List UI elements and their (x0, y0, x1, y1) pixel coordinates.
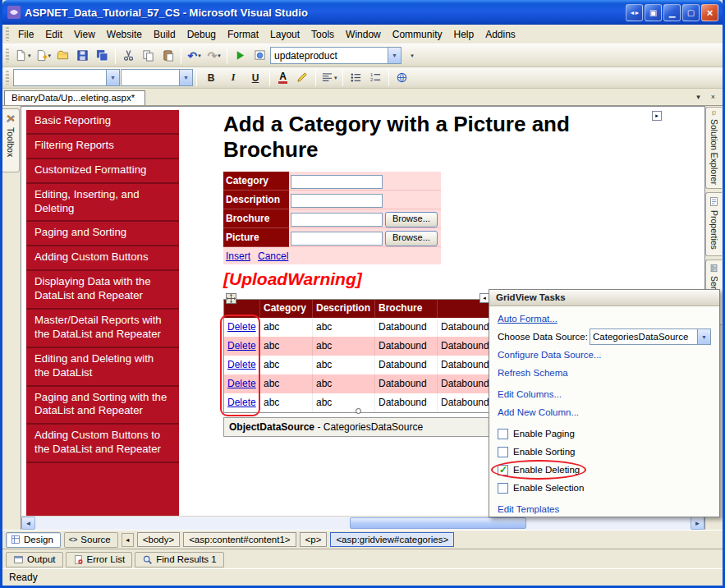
enable-selection-checkbox[interactable] (498, 483, 508, 494)
close-document-button[interactable]: × (707, 90, 719, 103)
move-handle-icon[interactable] (226, 293, 236, 304)
category-input[interactable] (291, 175, 383, 189)
sidebar-item[interactable]: Editing, Inserting, and Deleting (26, 184, 179, 223)
menu-help[interactable]: Help (447, 26, 480, 43)
combobox-arrow-icon[interactable]: ▼ (179, 70, 192, 85)
italic-button[interactable]: I (223, 69, 244, 87)
delete-link[interactable]: Delete (227, 359, 256, 370)
content-smarttag-button[interactable]: ▸ (652, 111, 662, 121)
copy-button[interactable] (139, 47, 158, 65)
redo-button[interactable]: ↷▾ (204, 47, 223, 65)
tab-list-dropdown-button[interactable]: ▾ (692, 90, 704, 103)
delete-link[interactable]: Delete (227, 321, 256, 333)
menu-community[interactable]: Community (387, 26, 448, 43)
tag-asp-content[interactable]: <asp:content#content1> (183, 532, 296, 547)
error-list-tab[interactable]: Error List (66, 552, 133, 567)
delete-link[interactable]: Delete (227, 378, 256, 389)
cut-button[interactable] (119, 47, 138, 65)
sidebar-item[interactable]: Basic Reporting (26, 110, 179, 135)
sidebar-item[interactable]: Customized Formatting (26, 159, 179, 184)
combobox-arrow-icon[interactable]: ▼ (388, 48, 401, 63)
tag-asp-gridview[interactable]: <asp:gridview#categories> (330, 532, 454, 547)
title-minimize-button[interactable]: ▁ (663, 4, 681, 21)
tag-p[interactable]: <p> (300, 532, 328, 547)
save-all-button[interactable] (93, 47, 112, 65)
view-in-browser-button[interactable] (250, 47, 269, 65)
data-source-combobox[interactable]: CategoriesDataSource ▼ (590, 328, 711, 345)
tag-body[interactable]: <body> (137, 532, 180, 547)
cancel-link[interactable]: Cancel (258, 250, 288, 262)
title-dock-button[interactable]: ◄► (626, 4, 643, 21)
menu-edit[interactable]: Edit (39, 26, 68, 43)
brochure-browse-button[interactable]: Browse... (385, 212, 438, 227)
insert-link[interactable]: Insert (226, 250, 250, 262)
sidebar-item[interactable]: Editing and Deleting with the DataList (26, 348, 179, 387)
combobox-arrow-icon[interactable]: ▼ (697, 329, 710, 344)
undo-button[interactable]: ↶▾ (185, 47, 204, 65)
new-file-button[interactable]: ▾ (13, 47, 33, 65)
sidebar-item[interactable]: Master/Detail Reports with the DataList … (26, 310, 179, 348)
start-debug-button[interactable] (231, 47, 250, 65)
menu-layout[interactable]: Layout (264, 26, 305, 43)
enable-deleting-checkbox[interactable] (498, 465, 508, 475)
picture-browse-button[interactable]: Browse... (385, 231, 438, 246)
sidebar-item[interactable]: Filtering Reports (26, 135, 179, 159)
delete-link[interactable]: Delete (227, 397, 256, 408)
scroll-left-button[interactable]: ◄ (21, 517, 35, 530)
menu-addins[interactable]: Addins (480, 26, 521, 43)
bold-button[interactable]: B (200, 69, 222, 87)
gridview-control[interactable]: ◂ Category Description Brochure (223, 299, 494, 437)
source-view-button[interactable]: <> Source (64, 532, 118, 548)
highlight-button[interactable] (293, 69, 312, 87)
delete-link[interactable]: Delete (227, 340, 256, 351)
output-tab[interactable]: Output (6, 552, 63, 567)
solution-explorer-tab[interactable]: Solution Explorer (705, 107, 722, 189)
brochure-input[interactable] (291, 213, 383, 227)
menu-tools[interactable]: Tools (305, 26, 340, 43)
menu-file[interactable]: File (12, 26, 39, 43)
menu-debug[interactable]: Debug (181, 26, 222, 43)
font-color-button[interactable]: A (273, 69, 292, 87)
refresh-schema-link[interactable]: Refresh Schema (498, 368, 568, 378)
menu-website[interactable]: Website (101, 26, 148, 43)
title-restore-button[interactable]: ▣ (645, 4, 662, 21)
enable-sorting-checkbox[interactable] (498, 447, 508, 457)
sidebar-item[interactable]: Adding Custom Buttons to the DataList an… (26, 425, 179, 463)
menu-view[interactable]: View (68, 26, 101, 43)
edit-columns-link[interactable]: Edit Columns... (498, 389, 562, 399)
toolbar-gripper[interactable] (6, 71, 9, 85)
toolbox-tab[interactable]: Toolbox (2, 108, 20, 172)
sidebar-item[interactable]: Adding Custom Buttons (26, 246, 179, 271)
auto-format-link[interactable]: Auto Format... (498, 314, 558, 324)
toolbar-combobox[interactable]: updateproduct ▼ (270, 47, 402, 64)
underline-button[interactable]: U (245, 69, 266, 87)
toolbar-gripper[interactable] (6, 48, 9, 62)
title-close-button[interactable]: × (701, 4, 718, 21)
paste-button[interactable] (158, 47, 177, 65)
open-file-button[interactable] (53, 47, 72, 65)
menu-window[interactable]: Window (340, 26, 387, 43)
title-bar[interactable]: ASPNET_Data_Tutorial_57_CS - Microsoft V… (2, 0, 723, 25)
menu-gripper[interactable] (6, 27, 9, 41)
find-results-tab[interactable]: Find Results 1 (135, 552, 224, 567)
tag-scroll-left-button[interactable]: ◄ (122, 533, 134, 547)
menu-build[interactable]: Build (148, 26, 181, 43)
objectdatasource-control[interactable]: ObjectDataSource - CategoriesDataSource (223, 417, 494, 437)
save-button[interactable] (73, 47, 92, 65)
picture-input[interactable] (291, 232, 383, 246)
font-combobox[interactable]: ▼ (121, 69, 193, 86)
bullet-list-button[interactable] (346, 69, 365, 87)
add-item-button[interactable]: ▾ (34, 47, 53, 65)
edit-templates-link[interactable]: Edit Templates (498, 504, 559, 514)
toolbar-options-button[interactable]: ▾ (402, 47, 421, 65)
numbered-list-button[interactable]: 12 (366, 69, 385, 87)
enable-paging-checkbox[interactable] (498, 429, 508, 439)
document-tab[interactable]: BinaryData/Up...eleting.aspx* (4, 90, 145, 105)
hyperlink-button[interactable] (392, 69, 411, 87)
configure-data-source-link[interactable]: Configure Data Source... (498, 350, 602, 360)
sidebar-item[interactable]: Paging and Sorting (26, 222, 179, 246)
title-maximize-button[interactable]: ▢ (682, 4, 700, 21)
align-left-button[interactable]: ▾ (319, 69, 339, 87)
sidebar-item[interactable]: Paging and Sorting with the DataList and… (26, 387, 179, 425)
menu-format[interactable]: Format (222, 26, 264, 43)
